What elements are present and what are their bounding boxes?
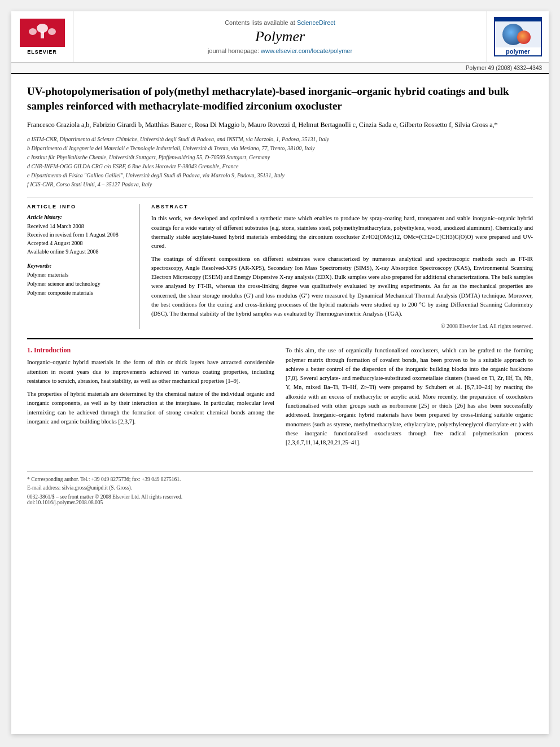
- abstract-para-2: The coatings of different compositions o…: [151, 255, 533, 319]
- keyword-3: Polymer composite materials: [27, 289, 132, 298]
- body-left-text: Inorganic–organic hybrid materials in th…: [27, 358, 274, 426]
- article-history-block: Article history: Received 14 March 2008 …: [27, 214, 132, 256]
- footer-ids: 0032-3861/$ – see front matter © 2008 El…: [11, 494, 549, 511]
- footer-corresponding: * Corresponding author. Tel.: +39 049 82…: [27, 475, 533, 483]
- journal-title: Polymer: [255, 28, 305, 45]
- body-right-col: To this aim, the use of organically func…: [286, 346, 533, 451]
- article-info-label: ARTICLE INFO: [27, 204, 132, 209]
- svg-point-3: [29, 28, 37, 35]
- svg-point-1: [37, 24, 48, 33]
- article-title: UV-photopolymerisation of poly(methyl me…: [27, 84, 533, 113]
- body-left-col: 1. Introduction Inorganic–organic hybrid…: [27, 346, 274, 451]
- keyword-1: Polymer materials: [27, 270, 132, 279]
- header-top: ELSEVIER Contents lists available at Sci…: [11, 11, 549, 63]
- journal-ref-bar: Polymer 49 (2008) 4332–4343: [11, 63, 549, 73]
- sciencedirect-line: Contents lists available at ScienceDirec…: [225, 19, 335, 26]
- abstract-para-1: In this work, we developed and optimised…: [151, 214, 533, 251]
- journal-header: ELSEVIER Contents lists available at Sci…: [11, 11, 549, 74]
- affil-c: c Institut für Physikalische Chemie, Uni…: [27, 153, 533, 161]
- abstract-col: ABSTRACT In this work, we developed and …: [151, 204, 533, 329]
- svg-point-4: [48, 28, 56, 35]
- journal-homepage: journal homepage: www.elsevier.com/locat…: [208, 47, 352, 54]
- polymer-logo-box: polymer: [487, 11, 549, 62]
- keyword-2: Polymer science and technology: [27, 279, 132, 289]
- body-left-para-2: The properties of hybrid materials are d…: [27, 390, 274, 426]
- affil-b: b Dipartimento di Ingegneria dei Materia…: [27, 144, 533, 152]
- polymer-logo-bar: [495, 18, 541, 21]
- footer-issn: 0032-3861/$ – see front matter © 2008 El…: [27, 494, 533, 500]
- article-content: UV-photopolymerisation of poly(methyl me…: [11, 74, 549, 462]
- received-2: Received in revised form 1 August 2008: [27, 230, 132, 239]
- abstract-label: ABSTRACT: [151, 204, 533, 209]
- sciencedirect-link[interactable]: ScienceDirect: [297, 19, 335, 26]
- article-meta-section: ARTICLE INFO Article history: Received 1…: [27, 198, 533, 329]
- footer-note: * Corresponding author. Tel.: +39 049 82…: [11, 472, 549, 494]
- keywords-block: Keywords: Polymer materials Polymer scie…: [27, 263, 132, 298]
- body-left-para-1: Inorganic–organic hybrid materials in th…: [27, 358, 274, 386]
- polymer-logo: polymer: [494, 17, 542, 56]
- affil-a: a ISTM-CNR, Dipartimento di Scienze Chim…: [27, 135, 533, 143]
- article-page: ELSEVIER Contents lists available at Sci…: [11, 11, 549, 734]
- received-1: Received 14 March 2008: [27, 222, 132, 230]
- elsevier-logo-image: [20, 19, 65, 47]
- affiliations-block: a ISTM-CNR, Dipartimento di Scienze Chim…: [27, 135, 533, 189]
- history-title: Article history:: [27, 214, 132, 220]
- body-right-para-1: To this aim, the use of organically func…: [286, 346, 533, 447]
- svg-rect-2: [41, 32, 44, 38]
- available-date: Available online 9 August 2008: [27, 247, 132, 256]
- keywords-title: Keywords:: [27, 263, 132, 269]
- footer-doi: doi:10.1016/j.polymer.2008.08.005: [27, 500, 533, 505]
- elsevier-brand-text: ELSEVIER: [27, 49, 57, 55]
- affil-d: d CNR-INFM-OGG GILDA CRG c/o ESRF, 6 Rue…: [27, 162, 533, 171]
- section-1-heading: 1. Introduction: [27, 346, 274, 355]
- article-info-col: ARTICLE INFO Article history: Received 1…: [27, 204, 140, 329]
- elsevier-logo: ELSEVIER: [11, 11, 73, 62]
- affil-e: e Dipartimento di Fisica "Galileo Galile…: [27, 171, 533, 180]
- body-section: 1. Introduction Inorganic–organic hybrid…: [27, 338, 533, 451]
- abstract-text: In this work, we developed and optimised…: [151, 214, 533, 318]
- footer-email: E-mail address: silvia.gross@unipd.it (S…: [27, 484, 533, 492]
- journal-homepage-link[interactable]: www.elsevier.com/locate/polymer: [261, 47, 352, 54]
- authors-line: Francesco Graziola a,b, Fabrizio Girardi…: [27, 120, 533, 130]
- header-center: Contents lists available at ScienceDirec…: [73, 11, 487, 62]
- accepted-date: Accepted 4 August 2008: [27, 239, 132, 247]
- body-right-text: To this aim, the use of organically func…: [286, 346, 533, 447]
- copyright-line: © 2008 Elsevier Ltd. All rights reserved…: [151, 323, 533, 329]
- affil-f: f ICIS-CNR, Corso Stati Uniti, 4 – 35127…: [27, 180, 533, 189]
- polymer-logo-text: polymer: [495, 47, 541, 55]
